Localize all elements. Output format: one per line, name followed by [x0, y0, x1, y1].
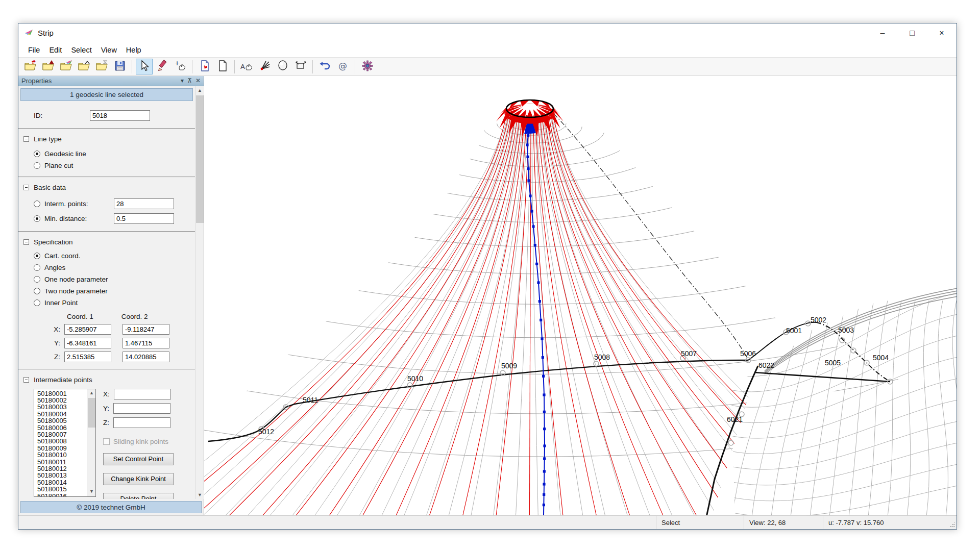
intermediate-points-list[interactable]: 5018000150180002501800035018000450180005…: [34, 389, 96, 497]
line-point-marker[interactable]: [527, 167, 529, 170]
ip-x-field[interactable]: [114, 389, 171, 399]
menu-select[interactable]: Select: [66, 44, 96, 56]
delete-point-button[interactable]: Delete Point: [103, 493, 174, 499]
line-point-marker[interactable]: [526, 143, 528, 146]
line-point-marker[interactable]: [538, 300, 541, 303]
line-point-marker[interactable]: [530, 210, 533, 212]
line-point-marker[interactable]: [543, 457, 546, 460]
line-type-option[interactable]: Plane cut: [18, 160, 195, 171]
coord2-field[interactable]: [122, 352, 169, 362]
line-point-marker[interactable]: [543, 483, 545, 485]
save-button[interactable]: [111, 59, 128, 74]
open-caret-folder-button[interactable]: [76, 59, 92, 74]
line-point-marker[interactable]: [542, 356, 544, 359]
close-button[interactable]: ×: [927, 23, 957, 42]
line-point-marker[interactable]: [543, 411, 546, 413]
line-type-option[interactable]: Geodesic line: [18, 148, 195, 160]
pan-tool-button[interactable]: A: [238, 59, 255, 74]
page-blank-button[interactable]: [214, 59, 231, 74]
open-strip-folder-button[interactable]: [58, 59, 75, 74]
scroll-up-icon[interactable]: ▲: [87, 389, 96, 398]
scroll-down-icon[interactable]: ▼: [87, 488, 96, 496]
basic-data-option[interactable]: Min. distance:: [18, 211, 195, 226]
coord1-field[interactable]: [64, 324, 111, 335]
panel-scrollbar[interactable]: ▲ ▼: [195, 86, 204, 499]
line-point-marker[interactable]: [526, 156, 529, 158]
sliding-kink-checkbox[interactable]: [103, 438, 110, 445]
line-point-marker[interactable]: [542, 375, 545, 378]
specification-option[interactable]: Inner Point: [18, 297, 195, 309]
basic-data-option[interactable]: Interm. points:: [18, 196, 195, 211]
specification-option[interactable]: One node parameter: [18, 273, 195, 285]
radio-icon[interactable]: [34, 162, 40, 169]
scroll-down-icon[interactable]: ▼: [195, 490, 204, 499]
line-point-marker[interactable]: [541, 337, 543, 340]
ip-z-field[interactable]: [113, 417, 170, 428]
collapse-icon[interactable]: [23, 377, 29, 383]
basic-data-value-field[interactable]: [114, 213, 174, 224]
panel-pin-icon[interactable]: ⊼: [187, 77, 192, 84]
scrollbar-thumb[interactable]: [88, 398, 95, 428]
coord1-field[interactable]: [64, 338, 111, 348]
line-point-marker[interactable]: [543, 470, 546, 472]
pencil-tool-button[interactable]: [154, 59, 170, 74]
ip-y-field[interactable]: [113, 403, 170, 414]
collapse-icon[interactable]: [23, 185, 29, 190]
page-export-button[interactable]: [196, 59, 213, 74]
open-hash-folder-button[interactable]: #: [22, 59, 39, 74]
line-point-marker[interactable]: [535, 263, 538, 265]
line-point-marker[interactable]: [534, 244, 536, 246]
line-point-marker[interactable]: [527, 134, 529, 137]
coord1-field[interactable]: [64, 352, 111, 362]
panel-close-icon[interactable]: ✕: [195, 77, 201, 84]
specification-option[interactable]: Cart. coord.: [18, 250, 195, 262]
radio-icon[interactable]: [34, 151, 40, 157]
specification-option[interactable]: Angles: [18, 262, 195, 273]
boundary-node[interactable]: [728, 440, 733, 445]
menu-file[interactable]: File: [23, 44, 44, 56]
zoom-lens-tool-button[interactable]: [274, 59, 291, 74]
radio-icon[interactable]: [34, 264, 40, 271]
menu-help[interactable]: Help: [121, 44, 146, 56]
scroll-up-icon[interactable]: ▲: [195, 86, 204, 95]
rays-tool-button[interactable]: [256, 59, 273, 74]
collapse-icon[interactable]: [23, 136, 29, 142]
line-point-marker[interactable]: [532, 225, 534, 228]
line-point-marker[interactable]: [537, 281, 540, 284]
undo-button[interactable]: [316, 59, 333, 74]
coord2-field[interactable]: [122, 324, 169, 335]
line-point-marker[interactable]: [529, 194, 531, 197]
radio-icon[interactable]: [34, 253, 40, 259]
line-point-marker[interactable]: [540, 319, 542, 321]
coord2-field[interactable]: [122, 338, 169, 348]
basic-data-value-field[interactable]: [114, 198, 174, 209]
change-kink-point-button[interactable]: Change Kink Point: [103, 473, 174, 485]
settings-gear-button[interactable]: [359, 59, 376, 74]
specification-option[interactable]: Two node parameter: [18, 285, 195, 297]
line-point-marker[interactable]: [543, 504, 545, 506]
line-point-marker[interactable]: [527, 179, 530, 182]
collapse-icon[interactable]: [23, 239, 29, 245]
line-point-marker[interactable]: [543, 393, 545, 396]
boundary-node[interactable]: [851, 348, 856, 353]
id-field[interactable]: [90, 110, 150, 121]
line-point-marker[interactable]: [543, 493, 545, 496]
radio-icon[interactable]: [34, 201, 40, 207]
maximize-button[interactable]: □: [897, 23, 927, 42]
radio-icon[interactable]: [34, 288, 40, 294]
open-spool-folder-button[interactable]: [93, 59, 110, 74]
scrollbar-thumb[interactable]: [196, 95, 204, 223]
set-control-point-button[interactable]: Set Control Point: [103, 453, 174, 465]
add-point-tool-button[interactable]: +: [172, 59, 188, 74]
minimize-button[interactable]: –: [868, 23, 897, 42]
open-triangle-folder-button[interactable]: [40, 59, 57, 74]
zoom-window-tool-button[interactable]: [292, 59, 309, 74]
radio-icon[interactable]: [34, 299, 40, 306]
redo-at-button[interactable]: @: [334, 59, 351, 74]
list-scrollbar[interactable]: ▲ ▼: [87, 389, 95, 496]
select-tool-button[interactable]: [136, 59, 153, 74]
drawing-canvas[interactable]: 5012501150105009500850075006602250055004…: [204, 76, 957, 515]
radio-icon[interactable]: [34, 215, 40, 222]
resize-grip[interactable]: [946, 516, 957, 529]
radio-icon[interactable]: [34, 276, 40, 283]
